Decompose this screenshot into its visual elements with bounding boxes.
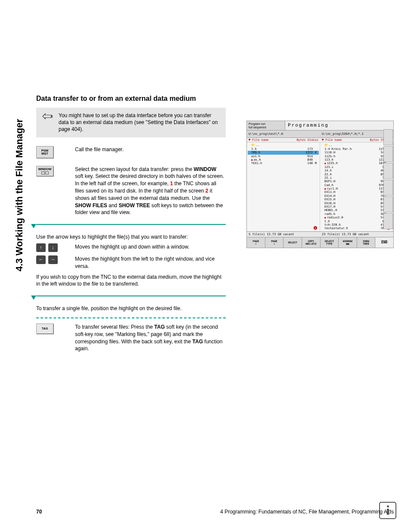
step-arrows-ud: ↑ ↓ Moves the highlight up and down with…: [36, 243, 226, 252]
note-hand-icon: [40, 112, 59, 133]
file-row[interactable]: as1.h914: [248, 155, 319, 158]
window-text: Select the screen layout for data transf…: [75, 166, 226, 217]
scr-right-status: 23 file(s) 13.73 GB vacant: [320, 232, 393, 237]
scr-right-files: ..1-4 Kreis Par.h11521118.H3481125.h5981…: [320, 143, 393, 231]
file-row[interactable]: EX16.H892: [321, 202, 392, 205]
file-row[interactable]: rad5.h382: [321, 212, 392, 216]
file-row[interactable]: 22.h856S: [321, 173, 392, 176]
tag-button[interactable]: TAG: [36, 324, 53, 334]
file-row[interactable]: 22.i38: [321, 176, 392, 180]
step-arrows-lr: ← → Moves the highlight from the left to…: [36, 255, 226, 270]
file-row[interactable]: EX17.H548: [321, 205, 392, 208]
arrow-right-button[interactable]: →: [48, 255, 58, 264]
softkey-2[interactable]: SELECT: [283, 237, 302, 248]
scr-left-status: 5 file(s) 13.73 GB vacant: [247, 232, 320, 237]
arrow-left-button[interactable]: ←: [36, 255, 46, 264]
scr-left-files: ..1.h173789.h1372Eas1.h914as.h848TEX1.h1…: [247, 143, 320, 231]
file-row[interactable]: EX15.H617: [321, 198, 392, 201]
note-block: You might have to set up the data interf…: [36, 108, 226, 137]
scr-right-head: ♥ File name Bytes Status: [320, 138, 393, 143]
pgm-mgt-button[interactable]: PGM MGT: [36, 146, 53, 158]
scr-side2[interactable]: [383, 146, 393, 162]
file-row[interactable]: as.h848: [248, 158, 319, 162]
file-row[interactable]: tch:320.h476: [321, 223, 392, 227]
para-copy-note: If you wish to copy from the TNC to the …: [36, 274, 226, 288]
file-row[interactable]: 1125.h598: [321, 155, 392, 158]
file-row[interactable]: EX14.H787: [321, 194, 392, 198]
softkey-4[interactable]: SELECTTYPE: [321, 237, 339, 248]
scr-side6[interactable]: [383, 213, 393, 229]
file-row[interactable]: HEBEL.H518: [321, 208, 392, 212]
file-row[interactable]: 14.h481: [321, 169, 392, 172]
softkey-3[interactable]: COPYABC→XYZ: [302, 237, 321, 248]
scr-right-path: U:\nc_prog\3284\*.H;*.I: [320, 131, 393, 138]
call-fm-text: Call the file manager.: [75, 146, 226, 158]
softkey-0[interactable]: PAGE⇧: [247, 237, 265, 248]
scr-side4[interactable]: [383, 180, 393, 196]
softkey-7[interactable]: END: [375, 237, 393, 248]
file-row[interactable]: 1-4 Kreis Par.h1152: [321, 147, 392, 151]
chapter-title: 4 Programming: Fundamentals of NC, File …: [220, 509, 394, 515]
file-row[interactable]: BSP1.H998: [321, 180, 392, 183]
scr-title: Programming: [285, 121, 393, 130]
step-tag: TAG To transfer several files: Press the…: [36, 324, 226, 352]
info-icon: [379, 502, 396, 519]
file-row[interactable]: 113.h1227: [321, 158, 392, 162]
file-row[interactable]: 789.h1372E: [248, 151, 319, 154]
tnc-screenshot: Program run full sequence Programming U:…: [246, 121, 394, 248]
step-window: WINDOW Select the screen layout for data…: [36, 166, 226, 217]
pgm-label: PGM: [41, 149, 48, 152]
window-label: WINDOW: [38, 168, 52, 171]
mgt-label: MGT: [41, 152, 48, 155]
step-pgm-mgt: PGM MGT Call the file manager.: [36, 146, 226, 158]
file-row[interactable]: cyc1.H1156: [321, 187, 392, 190]
window-button[interactable]: WINDOW: [36, 166, 53, 176]
dashed-divider: [36, 317, 226, 318]
file-row[interactable]: ..: [321, 143, 392, 147]
scr-softkeys: PAGE⇧PAGE⇩SELECT COPYABC→XYZSELECTTYPEWI…: [247, 237, 393, 248]
section-title: Data transfer to or from an external dat…: [36, 95, 226, 103]
para-arrow-intro: Use the arrow keys to highlight the file…: [36, 233, 226, 241]
file-row[interactable]: radius2.H545: [321, 216, 392, 219]
scr-left-path: U:\nc_prog\test\*.H: [247, 131, 320, 138]
scr-side5[interactable]: [383, 196, 393, 212]
para-single-file: To transfer a single file, position the …: [36, 305, 226, 312]
file-row[interactable]: t.h87: [321, 220, 392, 223]
arrows-ud-text: Moves the highlight up and down within a…: [75, 243, 226, 252]
file-row[interactable]: ..: [248, 143, 319, 147]
file-row[interactable]: Cad.h976K: [321, 184, 392, 187]
softkey-6[interactable]: SHOWTREE: [357, 237, 376, 248]
scr-side3[interactable]: [383, 163, 393, 179]
note-text: You might have to set up the data interf…: [59, 112, 222, 133]
file-row[interactable]: TEX1.h148M: [248, 162, 319, 165]
footer: 70 4 Programming: Fundamentals of NC, Fi…: [36, 509, 394, 515]
file-row[interactable]: 1.h173: [248, 147, 319, 151]
scr-tag-1: 1: [314, 226, 317, 230]
scr-left-head: ♥ File name Bytes Status: [247, 138, 320, 143]
arrow-up-button[interactable]: ↑: [36, 243, 46, 252]
divider-triangle: [36, 224, 226, 230]
scr-mode: Program run full sequence: [247, 121, 285, 130]
divider-triangle-2: [36, 296, 226, 302]
file-row[interactable]: testastatur.h761: [321, 227, 392, 230]
file-row[interactable]: 123.i92: [321, 165, 392, 169]
arrow-down-button[interactable]: ↓: [48, 243, 58, 252]
file-row[interactable]: EX11.H659: [321, 190, 392, 194]
arrows-lr-text: Moves the highlight from the left to the…: [75, 255, 226, 270]
softkey-5[interactable]: WINDOW▦▦: [339, 237, 357, 248]
side-heading: 4.3 Working with the File Manager: [14, 119, 25, 271]
softkey-1[interactable]: PAGE⇩: [265, 237, 284, 248]
scr-side1[interactable]: [383, 129, 393, 145]
scr-sidebar: [383, 129, 393, 230]
file-row[interactable]: 1118.H348: [321, 151, 392, 154]
file-row[interactable]: 1225.h1870: [321, 162, 392, 165]
tag-text: To transfer several files: Press the TAG…: [75, 324, 226, 352]
page-number: 70: [36, 509, 42, 515]
